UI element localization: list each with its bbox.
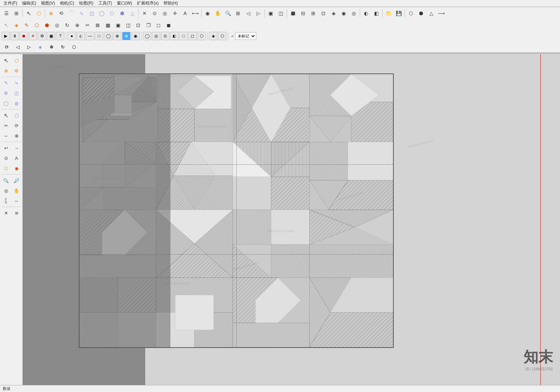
- tb-arc[interactable]: ⌒: [66, 8, 76, 18]
- tb-prev[interactable]: ◁: [243, 8, 253, 18]
- tb-polygon[interactable]: ⬡: [107, 8, 117, 18]
- plus3-btn[interactable]: ⊕: [113, 32, 121, 40]
- x-tool-btn[interactable]: ✕: [1, 208, 11, 218]
- rect2-tool-btn[interactable]: ◫: [12, 88, 21, 98]
- tb-next[interactable]: ▷: [253, 8, 263, 18]
- tb-text[interactable]: A: [180, 8, 190, 18]
- dot3-btn[interactable]: ◉: [131, 32, 140, 40]
- anim-frame[interactable]: ▣: [47, 32, 55, 40]
- menu-draw[interactable]: 绘图(R): [77, 0, 96, 7]
- tb-measure[interactable]: ⊙: [150, 8, 160, 18]
- tb-3d[interactable]: ⬢: [117, 8, 127, 18]
- dot-black-btn[interactable]: ●: [68, 32, 76, 40]
- select-tool-btn[interactable]: ↖: [1, 56, 11, 65]
- anim-settings[interactable]: ⚙: [38, 32, 46, 40]
- menu-camera[interactable]: 相机(C): [58, 0, 76, 7]
- style-snow[interactable]: ✻: [46, 42, 57, 52]
- pan-tool-btn[interactable]: ✋: [12, 186, 21, 195]
- circle4-tool-btn[interactable]: ◍: [12, 98, 21, 108]
- c1-btn[interactable]: ◯: [143, 32, 151, 40]
- tb2-dot5[interactable]: ⊡: [133, 20, 143, 30]
- tb2-cut[interactable]: ✂: [83, 20, 92, 30]
- scale-tool-btn[interactable]: ↔: [1, 131, 11, 141]
- anim-help[interactable]: ?: [56, 32, 64, 40]
- tb-menu[interactable]: ☰: [1, 8, 11, 18]
- orbit2-tool-btn[interactable]: ◎: [1, 186, 11, 195]
- style-select[interactable]: ◈: [35, 42, 46, 52]
- anim-record[interactable]: ⏺: [20, 32, 28, 40]
- tb2-cursor[interactable]: ↖: [1, 20, 11, 30]
- zoom-out-tool-btn[interactable]: 🔎: [12, 176, 21, 185]
- anim-pause[interactable]: ⏸: [10, 32, 19, 40]
- tb-select[interactable]: ↖: [24, 8, 34, 18]
- tb-trimble[interactable]: △: [426, 8, 436, 18]
- main-canvas[interactable]: www.znzmo.com www.znzmo.com www.znzmo.co…: [23, 54, 560, 385]
- line-tool-btn[interactable]: ✎: [1, 78, 11, 88]
- tb2-pencil[interactable]: ✎: [22, 20, 31, 30]
- scene-select[interactable]: 未标记: [235, 32, 256, 40]
- menu-edit[interactable]: 编辑(E): [20, 0, 38, 7]
- menu-file[interactable]: 文件(F): [1, 0, 19, 7]
- tb-share[interactable]: ⟶: [436, 8, 446, 18]
- menu-view[interactable]: 视图(V): [39, 0, 57, 7]
- anim-stop[interactable]: ✕: [29, 32, 37, 40]
- tb-save[interactable]: 💾: [394, 8, 404, 18]
- tb-right[interactable]: ◉: [339, 8, 349, 18]
- line-btn[interactable]: —: [86, 32, 94, 40]
- tb2-add[interactable]: ⊕: [72, 20, 82, 30]
- push-tool-btn[interactable]: ⊕: [12, 131, 21, 141]
- tb2-sq8[interactable]: ▣: [113, 20, 123, 30]
- rotate4-tool-btn[interactable]: ⟳: [12, 121, 21, 130]
- c3-btn[interactable]: ⊙: [161, 32, 169, 40]
- tb2-sq10[interactable]: ◼: [164, 20, 174, 30]
- style-hex[interactable]: ⬡: [69, 42, 79, 52]
- tb-ext-warehouse[interactable]: ⬢: [416, 8, 426, 18]
- move2-tool-btn[interactable]: →: [12, 143, 21, 153]
- tb-left[interactable]: ◈: [329, 8, 338, 18]
- tb-back[interactable]: ⊡: [318, 8, 328, 18]
- scene-selector[interactable]: ✓ 未标记: [231, 32, 256, 40]
- tb2-box3[interactable]: ❒: [144, 20, 153, 30]
- menu-help[interactable]: 帮助(H): [161, 0, 180, 7]
- tb-perspective[interactable]: ▣: [266, 8, 275, 18]
- tb-axes[interactable]: ✛: [170, 8, 180, 18]
- tb-sandbox[interactable]: △: [127, 8, 137, 18]
- c2-btn[interactable]: ◎: [152, 32, 160, 40]
- tb-dim[interactable]: ⟷: [190, 8, 200, 18]
- sq7-btn[interactable]: ◻: [188, 32, 197, 40]
- tb-bottom[interactable]: ⊟: [298, 8, 308, 18]
- view3d-btn[interactable]: ◈: [209, 32, 217, 40]
- circle3-tool-btn[interactable]: ◯: [1, 98, 11, 108]
- style-next[interactable]: ▷: [24, 42, 34, 52]
- tb2-orbit3[interactable]: ◎: [52, 20, 62, 30]
- erase-tool-btn[interactable]: ✂: [1, 121, 11, 130]
- tb-front[interactable]: ⊞: [308, 8, 318, 18]
- tb-sections[interactable]: ◐: [361, 8, 371, 18]
- component-tool-btn[interactable]: ⬡: [12, 56, 21, 65]
- tb-zoom[interactable]: 🔍: [223, 8, 233, 18]
- circle2-btn[interactable]: ◯: [104, 32, 112, 40]
- follow-tool-btn[interactable]: ⚙: [12, 66, 21, 76]
- tb-zoomext[interactable]: ⊞: [233, 8, 243, 18]
- view3d2-btn[interactable]: ⬡: [218, 32, 226, 40]
- tb2-sq9[interactable]: ◻: [154, 20, 163, 30]
- arc-tool-btn[interactable]: ∿: [12, 78, 21, 88]
- text-tool-btn[interactable]: A: [12, 153, 21, 163]
- tb-follow[interactable]: ⟲: [56, 8, 66, 18]
- c4-btn[interactable]: ◐: [170, 32, 178, 40]
- tb2-erase2[interactable]: ⊠: [93, 20, 103, 30]
- settings2-tool-btn[interactable]: ⚙: [1, 88, 11, 98]
- tb-pan[interactable]: ✋: [213, 8, 223, 18]
- dot-half-btn[interactable]: ◐: [77, 32, 85, 40]
- rect-btn[interactable]: □: [95, 32, 103, 40]
- tb-iso[interactable]: ◎: [349, 8, 359, 18]
- tb2-sel2[interactable]: ◈: [12, 20, 21, 30]
- tb-3dwarehouse[interactable]: ⬡: [406, 8, 416, 18]
- tb-open[interactable]: 📁: [384, 8, 393, 18]
- paint-tool-btn[interactable]: ⊕: [1, 66, 11, 76]
- tb-circle[interactable]: ◯: [97, 8, 107, 18]
- style-rotate[interactable]: ↻: [57, 42, 68, 52]
- tb-paint[interactable]: ⊕: [46, 8, 56, 18]
- tb2-sand[interactable]: ⬢: [42, 20, 52, 30]
- tb-component[interactable]: ⬡: [34, 8, 44, 18]
